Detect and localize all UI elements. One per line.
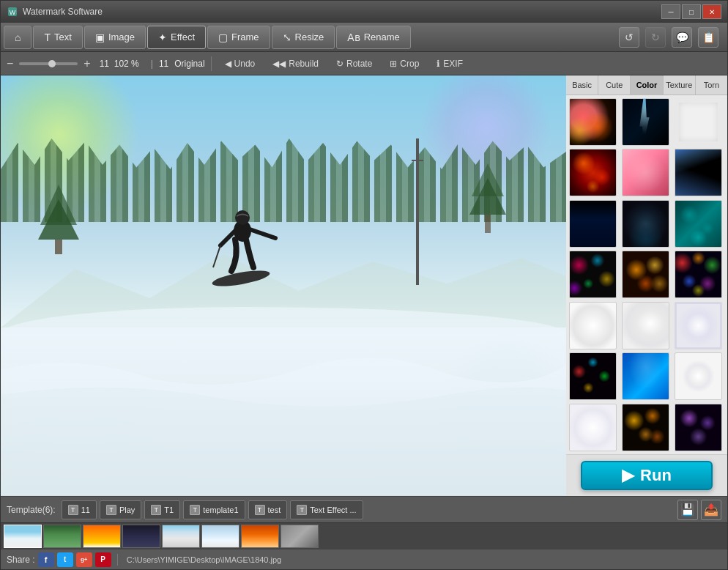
tab-color[interactable]: Color xyxy=(631,75,663,95)
text-label: Text xyxy=(54,32,72,42)
frame-icon: ▢ xyxy=(218,32,228,43)
svg-point-4 xyxy=(235,210,250,225)
thumbnail-item[interactable] xyxy=(83,525,121,548)
effect-tabs: Basic Cute Color Texture Torn xyxy=(566,75,727,95)
template-item-4[interactable]: T test xyxy=(248,500,288,519)
window-controls: ─ □ ✕ xyxy=(661,4,721,19)
texture-item[interactable] xyxy=(569,251,617,298)
rebuild-label: Rebuild xyxy=(289,59,319,69)
share-label: Share : xyxy=(7,555,35,565)
texture-item[interactable] xyxy=(675,302,722,349)
share-twitter-button[interactable]: t xyxy=(57,552,73,567)
texture-item[interactable] xyxy=(569,302,617,349)
thumbnail-item[interactable] xyxy=(4,525,42,548)
zoom-plus-icon[interactable]: + xyxy=(83,57,90,70)
export-template-button[interactable]: 📤 xyxy=(701,500,721,520)
texture-item[interactable] xyxy=(569,149,617,196)
tab-cute[interactable]: Cute xyxy=(598,75,631,95)
thumbnail-item[interactable] xyxy=(122,525,160,548)
texture-item[interactable] xyxy=(569,352,617,400)
rebuild-button[interactable]: ◀◀ Rebuild xyxy=(265,55,326,73)
close-button[interactable]: ✕ xyxy=(702,4,721,19)
crop-button[interactable]: ⊞ Crop xyxy=(382,55,426,73)
rotate-icon: ↻ xyxy=(336,59,343,69)
texture-item[interactable] xyxy=(622,98,669,146)
texture-item[interactable] xyxy=(675,404,722,451)
exif-button[interactable]: ℹ EXIF xyxy=(429,55,470,73)
share-googleplus-button[interactable]: g+ xyxy=(76,552,92,567)
svg-line-7 xyxy=(213,245,220,267)
template-t-icon: T xyxy=(255,505,265,515)
main-toolbar: ⌂ T Text ▣ Image ✦ Effect ▢ Frame ⤡ Resi… xyxy=(1,23,727,52)
rename-icon: Aʙ xyxy=(347,32,360,43)
effect-button[interactable]: ✦ Effect xyxy=(147,26,206,49)
rename-label: Rename xyxy=(364,32,400,42)
comment-icon-btn[interactable]: 💬 xyxy=(672,27,692,48)
minimize-button[interactable]: ─ xyxy=(661,4,680,19)
thumbnail-item[interactable] xyxy=(201,525,239,548)
tab-basic[interactable]: Basic xyxy=(566,75,598,95)
text-button[interactable]: T Text xyxy=(33,26,82,49)
canvas-area xyxy=(1,75,566,496)
action-bar: − + 11 102 % | 11 Original ◀ Undo ◀◀ Reb… xyxy=(1,52,727,75)
ski-lift-pole xyxy=(410,138,425,285)
home-button[interactable]: ⌂ xyxy=(4,26,31,49)
save-icon-btn[interactable]: 📋 xyxy=(698,27,718,48)
save-template-button[interactable]: 💾 xyxy=(677,500,698,520)
texture-item[interactable] xyxy=(622,352,669,400)
run-button-container: ▶ Run xyxy=(566,454,727,496)
undo-icon-btn[interactable]: ↺ xyxy=(619,27,639,48)
rotate-button[interactable]: ↻ Rotate xyxy=(329,55,379,73)
image-scene xyxy=(1,75,566,496)
redo-icon-btn[interactable]: ↻ xyxy=(645,27,666,48)
undo-arrow-icon: ◀ xyxy=(225,59,231,69)
crop-label: Crop xyxy=(400,59,419,69)
maximize-button[interactable]: □ xyxy=(682,4,701,19)
template-actions: 💾 📤 xyxy=(677,500,721,520)
texture-item[interactable] xyxy=(675,352,722,400)
zoom-slider[interactable] xyxy=(19,62,78,65)
texture-item[interactable] xyxy=(569,200,617,248)
texture-item[interactable] xyxy=(675,200,722,248)
template-name-4: test xyxy=(268,506,281,514)
rename-button[interactable]: Aʙ Rename xyxy=(336,26,410,49)
undo-button[interactable]: ◀ Undo xyxy=(218,55,263,73)
tab-torn[interactable]: Torn xyxy=(696,75,727,95)
thumbnail-item[interactable] xyxy=(43,525,81,548)
zoom-minus-icon[interactable]: − xyxy=(7,57,13,70)
template-item-3[interactable]: T template1 xyxy=(183,500,245,519)
texture-item[interactable] xyxy=(622,404,669,451)
thumbnail-item[interactable] xyxy=(281,525,319,548)
template-t-icon: T xyxy=(68,505,78,515)
share-pinterest-button[interactable]: P xyxy=(95,552,111,567)
right-panel: Basic Cute Color Texture Torn xyxy=(566,75,727,496)
texture-item[interactable] xyxy=(569,98,617,146)
zoom-orig-icon: 11 xyxy=(159,59,168,69)
texture-item[interactable] xyxy=(622,251,669,298)
share-facebook-button[interactable]: f xyxy=(38,552,54,567)
texture-item[interactable] xyxy=(675,251,722,298)
template-item-2[interactable]: T T1 xyxy=(144,500,180,519)
frame-button[interactable]: ▢ Frame xyxy=(207,26,270,49)
template-name-1: Play xyxy=(119,506,135,514)
thumbnail-item[interactable] xyxy=(162,525,200,548)
texture-item[interactable] xyxy=(675,98,722,146)
texture-item[interactable] xyxy=(622,200,669,248)
run-button[interactable]: ▶ Run xyxy=(581,461,713,490)
template-name-5: Text Effect ... xyxy=(310,506,356,514)
tab-texture[interactable]: Texture xyxy=(664,75,696,95)
template-item-5[interactable]: T Text Effect ... xyxy=(290,500,363,519)
texture-item[interactable] xyxy=(622,149,669,196)
snow-texture xyxy=(1,327,566,496)
image-button[interactable]: ▣ Image xyxy=(84,26,146,49)
svg-rect-16 xyxy=(485,215,491,233)
texture-item[interactable] xyxy=(622,302,669,349)
texture-item[interactable] xyxy=(675,149,722,196)
template-t-icon: T xyxy=(190,505,200,515)
text-icon: T xyxy=(44,32,51,43)
thumbnail-item[interactable] xyxy=(241,525,279,548)
template-item-0[interactable]: T 11 xyxy=(62,500,97,519)
template-item-1[interactable]: T Play xyxy=(100,500,141,519)
texture-item[interactable] xyxy=(569,404,617,451)
resize-button[interactable]: ⤡ Resize xyxy=(272,26,335,49)
